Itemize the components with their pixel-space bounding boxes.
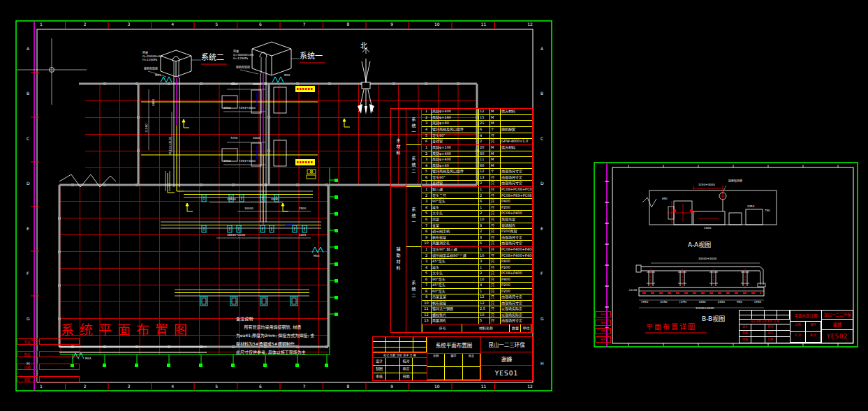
axis-number: 9 (390, 384, 393, 389)
category-label: 辅助材料 (395, 247, 402, 272)
dim-label: 3700 (223, 160, 230, 163)
cell-no: 2 (422, 115, 431, 121)
sheet1-titleblock: 标记 处数 分区 签字 日 期 设计校对 制图审定 审核日期 系统平面布置图 比… (372, 336, 533, 381)
cell-no: 5 (422, 211, 431, 216)
revision-grid (373, 337, 427, 352)
dim-label: 30000+3000 (698, 257, 716, 260)
revision-grid (740, 311, 790, 320)
dim-label: 4000 (253, 83, 260, 86)
category-label: 主材料 (395, 138, 402, 157)
cell-unit: 只 (490, 265, 500, 271)
axis-number: 12 (527, 384, 533, 389)
cell-name: 风管φ×400 (431, 157, 478, 163)
axis-letter: D (27, 181, 30, 186)
cell-no: 3 (422, 121, 431, 126)
table-row: 9 吊架支架 12 只 由现场尺寸定 (422, 294, 532, 301)
cell-unit: 只 (490, 313, 500, 318)
note-line: 备注说明: (236, 315, 376, 323)
sig-label: 审定 (399, 366, 412, 373)
cell-unit: 只 (490, 271, 500, 276)
axis-number: 11 (481, 22, 487, 27)
dim-label-vertical: 5800 (152, 99, 155, 106)
cell-qty: 12 (478, 301, 490, 306)
cell-unit: M (490, 121, 500, 126)
m-mark: M01 (155, 74, 161, 77)
axis-letter: E (540, 226, 544, 231)
cad-canvas[interactable]: 123456789101112 123456789101112 ABCDEFGH… (0, 0, 868, 411)
cell-qty: 10 (478, 313, 490, 318)
axis-number: 6 (259, 22, 262, 27)
cell-qty: 10 (478, 253, 490, 259)
cell-qty: 2.5 (478, 306, 490, 312)
cell-qty: 11 (478, 157, 490, 163)
table-row: 11 镀锌法兰钢圈 2.5 只 以现场实际定 (422, 306, 532, 313)
cell-remark (500, 115, 532, 121)
cell-name: 弯头90°,斜三通 (431, 247, 478, 253)
sign-box-row: 审定 (17, 376, 80, 382)
cell-remark: 由现场尺寸定 (500, 175, 532, 181)
cell-remark (500, 133, 532, 139)
sig-label: 制图 (373, 366, 385, 373)
cell-unit: 只 (490, 133, 500, 139)
axis-number: 1 (40, 22, 43, 27)
signature-grid: 设计校对 制图审定 审核日期 (373, 358, 427, 380)
cell-name: 变径管 (431, 139, 478, 144)
viewB-label: B-B视图 (702, 316, 725, 323)
cell-unit: 只 (490, 283, 500, 288)
cell-no: 4 (422, 265, 431, 271)
table-row: 4 接头 1 只 P200 (422, 205, 532, 211)
cell-unit: 只 (490, 175, 500, 181)
cell-name: 风管φ×100 (431, 145, 478, 151)
material-table-subsystem-column: 系统一 系统二 系统一 系统二 (406, 109, 422, 332)
cell-remark: P400 (500, 277, 532, 283)
axis-letter: A (540, 46, 544, 51)
cell-no: 2 (422, 193, 431, 199)
drawing-name: 平面布置详图 (790, 311, 821, 322)
cell-name: 弯头90° (431, 133, 478, 139)
cell-remark (500, 163, 532, 169)
dim-label: 12000 (227, 198, 236, 201)
table-row: 6 弯头90° 13 只 由现场尺寸定 (422, 175, 532, 181)
cell-qty: 1 (478, 187, 490, 193)
mid-label: 比例 (790, 322, 806, 332)
m-mark: M04 (85, 357, 91, 360)
table-row: 4 风管φ×40 60 M (422, 163, 532, 170)
dim-label: 3700 (223, 107, 230, 110)
axis-number: 10 (434, 22, 440, 27)
note-line: 所有管道均采用焊接钢管, 材质 (236, 323, 376, 331)
mid-label: 比例 (427, 354, 445, 367)
cell-remark: P400 (500, 199, 532, 204)
dim-label: 31000+3000 (696, 307, 714, 310)
cell-qty: 6 (478, 127, 490, 133)
cell-no: 6 (422, 175, 431, 181)
titleblock-sign-area: 标记 处数 分区 签字 日 期 设计校对 制图审定 审核日期 (740, 311, 790, 343)
titleblock-mid-grid: 比例 图号 张次 (427, 354, 480, 380)
dim-label-vertical: 11500 (145, 124, 148, 133)
cell-qty: 2 (478, 139, 490, 144)
section-a-a (642, 186, 777, 225)
cell-unit: 只 (490, 205, 500, 211)
callout-label: 接原有风管 (728, 180, 742, 183)
axis-letter: G (27, 316, 30, 321)
material-table-rows: 1 风管φ×400 12 M 供方材料 2 风管φ×160 15 M 3 风管φ… (422, 109, 532, 332)
sign-box-row: 签名 (17, 351, 80, 357)
fan-box-sys1 (252, 42, 291, 75)
axis-number: 12 (527, 22, 533, 27)
subsystem-label: 系统二 (411, 281, 417, 299)
cell-no: 7 (422, 223, 431, 229)
cell-name: 风管φ×40 (431, 163, 478, 169)
sig-label: 设计 (373, 358, 385, 365)
cell-no: 1 (422, 187, 431, 193)
table-row: 10 帆布软接 12 只 由现场尺寸定 (422, 301, 532, 307)
cell-remark: PC08+P400 (500, 271, 532, 276)
dim-label: 4000 (253, 137, 260, 140)
axis-number: 9 (390, 22, 393, 27)
material-table-category-column: 主材料 辅助材料 (391, 109, 406, 332)
header-cell: 数量 (509, 324, 520, 332)
cell-unit: 只 (490, 253, 500, 259)
sig-label: 校对 (399, 358, 412, 365)
cell-no: 13 (422, 318, 431, 324)
cell-remark: PC08+PC08+PC08 (500, 187, 532, 193)
cell-no: 12 (422, 313, 431, 318)
subsystem-label: 系统一 (411, 207, 417, 226)
